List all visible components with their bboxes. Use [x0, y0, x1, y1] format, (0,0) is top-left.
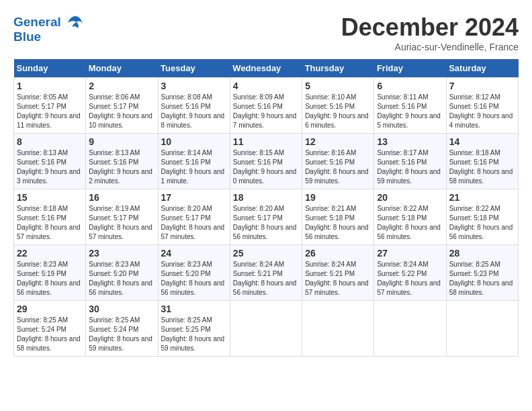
calendar-cell: 28 Sunrise: 8:25 AM Sunset: 5:23 PM Dayl…	[446, 245, 518, 301]
day-info: Sunrise: 8:24 AM Sunset: 5:21 PM Dayligh…	[305, 260, 371, 298]
calendar-cell: 3 Sunrise: 8:08 AM Sunset: 5:16 PM Dayli…	[158, 78, 230, 134]
day-number: 16	[89, 192, 154, 203]
calendar-cell: 25 Sunrise: 8:24 AM Sunset: 5:21 PM Dayl…	[230, 245, 302, 301]
day-number: 7	[449, 81, 515, 91]
day-number: 15	[17, 192, 83, 203]
day-info: Sunrise: 8:23 AM Sunset: 5:20 PM Dayligh…	[161, 260, 227, 298]
calendar-cell: 1 Sunrise: 8:05 AM Sunset: 5:17 PM Dayli…	[14, 78, 86, 134]
calendar-cell: 4 Sunrise: 8:09 AM Sunset: 5:16 PM Dayli…	[230, 78, 302, 134]
day-info: Sunrise: 8:14 AM Sunset: 5:16 PM Dayligh…	[161, 148, 227, 186]
calendar-week-row: 1 Sunrise: 8:05 AM Sunset: 5:17 PM Dayli…	[14, 78, 519, 134]
logo: General Blue Blue	[13, 13, 85, 44]
calendar-cell: 30 Sunrise: 8:25 AM Sunset: 5:24 PM Dayl…	[86, 301, 158, 357]
day-info: Sunrise: 8:25 AM Sunset: 5:25 PM Dayligh…	[161, 316, 227, 353]
calendar-cell: 16 Sunrise: 8:19 AM Sunset: 5:17 PM Dayl…	[86, 189, 158, 245]
day-number: 19	[305, 192, 371, 203]
col-monday: Monday	[86, 59, 158, 78]
day-number: 9	[89, 136, 154, 147]
calendar-table: Sunday Monday Tuesday Wednesday Thursday…	[13, 59, 519, 357]
calendar-cell: 20 Sunrise: 8:22 AM Sunset: 5:18 PM Dayl…	[374, 189, 446, 245]
calendar-cell: 17 Sunrise: 8:20 AM Sunset: 5:17 PM Dayl…	[158, 189, 230, 245]
day-info: Sunrise: 8:25 AM Sunset: 5:23 PM Dayligh…	[449, 260, 515, 298]
day-number: 25	[233, 248, 299, 259]
day-info: Sunrise: 8:16 AM Sunset: 5:16 PM Dayligh…	[305, 148, 371, 186]
calendar-cell: 31 Sunrise: 8:25 AM Sunset: 5:25 PM Dayl…	[158, 301, 230, 357]
location: Auriac-sur-Vendinelle, France	[341, 42, 519, 52]
calendar-cell: 22 Sunrise: 8:23 AM Sunset: 5:19 PM Dayl…	[14, 245, 86, 301]
logo-bird-icon	[66, 13, 85, 32]
calendar-cell: 29 Sunrise: 8:25 AM Sunset: 5:24 PM Dayl…	[14, 301, 86, 357]
calendar-cell: 2 Sunrise: 8:06 AM Sunset: 5:17 PM Dayli…	[86, 78, 158, 134]
day-info: Sunrise: 8:13 AM Sunset: 5:16 PM Dayligh…	[17, 148, 83, 186]
calendar-week-row: 29 Sunrise: 8:25 AM Sunset: 5:24 PM Dayl…	[14, 301, 519, 357]
calendar-cell: 15 Sunrise: 8:18 AM Sunset: 5:16 PM Dayl…	[14, 189, 86, 245]
day-info: Sunrise: 8:23 AM Sunset: 5:20 PM Dayligh…	[89, 260, 154, 298]
calendar-cell: 11 Sunrise: 8:15 AM Sunset: 5:16 PM Dayl…	[230, 134, 302, 189]
calendar-cell: 10 Sunrise: 8:14 AM Sunset: 5:16 PM Dayl…	[158, 134, 230, 189]
day-number: 20	[377, 192, 443, 203]
day-number: 1	[17, 81, 83, 91]
day-number: 13	[377, 136, 443, 147]
day-info: Sunrise: 8:24 AM Sunset: 5:22 PM Dayligh…	[377, 260, 443, 298]
day-info: Sunrise: 8:25 AM Sunset: 5:24 PM Dayligh…	[89, 316, 154, 353]
day-info: Sunrise: 8:19 AM Sunset: 5:17 PM Dayligh…	[89, 204, 154, 242]
day-info: Sunrise: 8:22 AM Sunset: 5:18 PM Dayligh…	[449, 204, 515, 242]
col-wednesday: Wednesday	[230, 59, 302, 78]
day-number: 18	[233, 192, 299, 203]
day-number: 29	[17, 304, 83, 314]
day-number: 5	[305, 81, 371, 91]
calendar-cell: 6 Sunrise: 8:11 AM Sunset: 5:16 PM Dayli…	[374, 78, 446, 134]
day-info: Sunrise: 8:25 AM Sunset: 5:24 PM Dayligh…	[17, 316, 83, 353]
day-info: Sunrise: 8:08 AM Sunset: 5:16 PM Dayligh…	[161, 93, 227, 130]
day-number: 4	[233, 81, 299, 91]
calendar-week-row: 22 Sunrise: 8:23 AM Sunset: 5:19 PM Dayl…	[14, 245, 519, 301]
calendar-week-row: 8 Sunrise: 8:13 AM Sunset: 5:16 PM Dayli…	[14, 134, 519, 189]
page-header: General Blue Blue December 2024 Auriac-s…	[13, 13, 519, 52]
day-info: Sunrise: 8:15 AM Sunset: 5:16 PM Dayligh…	[233, 148, 299, 186]
calendar-cell: 12 Sunrise: 8:16 AM Sunset: 5:16 PM Dayl…	[302, 134, 374, 189]
day-info: Sunrise: 8:24 AM Sunset: 5:21 PM Dayligh…	[233, 260, 299, 298]
day-number: 21	[449, 192, 515, 203]
title-block: December 2024 Auriac-sur-Vendinelle, Fra…	[341, 13, 519, 52]
day-info: Sunrise: 8:13 AM Sunset: 5:16 PM Dayligh…	[89, 148, 154, 186]
day-number: 2	[89, 81, 154, 91]
day-number: 12	[305, 136, 371, 147]
day-number: 10	[161, 136, 227, 147]
day-number: 30	[89, 304, 154, 314]
month-title: December 2024	[341, 13, 519, 42]
col-saturday: Saturday	[446, 59, 518, 78]
calendar-cell	[446, 301, 518, 357]
day-number: 24	[161, 248, 227, 259]
calendar-cell: 14 Sunrise: 8:18 AM Sunset: 5:16 PM Dayl…	[446, 134, 518, 189]
calendar-cell: 21 Sunrise: 8:22 AM Sunset: 5:18 PM Dayl…	[446, 189, 518, 245]
calendar-cell: 19 Sunrise: 8:21 AM Sunset: 5:18 PM Dayl…	[302, 189, 374, 245]
calendar-header-row: Sunday Monday Tuesday Wednesday Thursday…	[14, 59, 519, 78]
day-info: Sunrise: 8:06 AM Sunset: 5:17 PM Dayligh…	[89, 93, 154, 130]
day-info: Sunrise: 8:11 AM Sunset: 5:16 PM Dayligh…	[377, 93, 443, 130]
day-number: 28	[449, 248, 515, 259]
col-tuesday: Tuesday	[158, 59, 230, 78]
day-info: Sunrise: 8:20 AM Sunset: 5:17 PM Dayligh…	[161, 204, 227, 242]
day-number: 8	[17, 136, 83, 147]
day-info: Sunrise: 8:12 AM Sunset: 5:16 PM Dayligh…	[449, 93, 515, 130]
day-number: 17	[161, 192, 227, 203]
calendar-cell: 18 Sunrise: 8:20 AM Sunset: 5:17 PM Dayl…	[230, 189, 302, 245]
calendar-cell: 7 Sunrise: 8:12 AM Sunset: 5:16 PM Dayli…	[446, 78, 518, 134]
day-number: 6	[377, 81, 443, 91]
col-thursday: Thursday	[302, 59, 374, 78]
day-info: Sunrise: 8:05 AM Sunset: 5:17 PM Dayligh…	[17, 93, 83, 130]
day-info: Sunrise: 8:10 AM Sunset: 5:16 PM Dayligh…	[305, 93, 371, 130]
day-number: 14	[449, 136, 515, 147]
day-info: Sunrise: 8:22 AM Sunset: 5:18 PM Dayligh…	[377, 204, 443, 242]
day-number: 22	[17, 248, 83, 259]
calendar-cell	[230, 301, 302, 357]
col-sunday: Sunday	[14, 59, 86, 78]
day-info: Sunrise: 8:20 AM Sunset: 5:17 PM Dayligh…	[233, 204, 299, 242]
calendar-cell: 26 Sunrise: 8:24 AM Sunset: 5:21 PM Dayl…	[302, 245, 374, 301]
day-number: 11	[233, 136, 299, 147]
day-number: 3	[161, 81, 227, 91]
day-info: Sunrise: 8:09 AM Sunset: 5:16 PM Dayligh…	[233, 93, 299, 130]
day-info: Sunrise: 8:18 AM Sunset: 5:16 PM Dayligh…	[449, 148, 515, 186]
day-info: Sunrise: 8:21 AM Sunset: 5:18 PM Dayligh…	[305, 204, 371, 242]
day-number: 26	[305, 248, 371, 259]
